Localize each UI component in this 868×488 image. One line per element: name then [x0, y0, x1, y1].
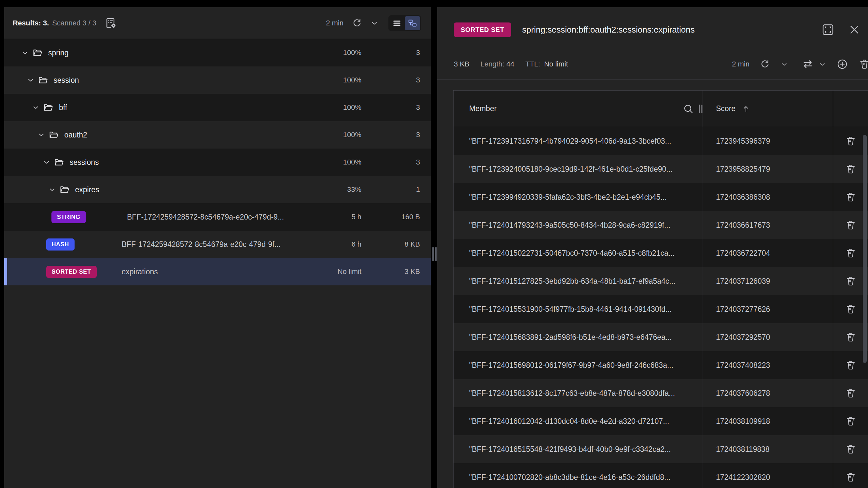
chevron-down-icon[interactable]	[48, 186, 56, 194]
refresh-key-button[interactable]	[759, 59, 770, 70]
score-header-label: Score	[716, 104, 736, 113]
folder-percent: 100%	[306, 158, 362, 167]
key-refresh-interval: 2 min	[732, 60, 749, 68]
folder-icon	[38, 75, 48, 85]
panel-resize-handle[interactable]	[432, 247, 437, 262]
table-row[interactable]: "BFF-1724015813612-8c177c63-eb8e-487a-87…	[454, 379, 868, 407]
format-switcher-chevron[interactable]	[818, 60, 826, 68]
tree-key-row[interactable]: STRING BFF-1724259428572-8c54679a-e20c-4…	[4, 203, 431, 231]
table-row[interactable]: "BFF-1724015531900-54f977fb-15b8-4461-94…	[454, 295, 868, 323]
table-row[interactable]: "BFF-1723924005180-9cec19d9-142f-461e-b0…	[454, 155, 868, 183]
search-icon[interactable]	[682, 103, 694, 115]
folder-icon	[43, 102, 53, 113]
member-value: "BFF-1724015022731-50467bc0-7370-4a60-a5…	[454, 239, 703, 267]
refresh-keys-button[interactable]	[351, 18, 362, 29]
folder-icon	[59, 184, 70, 195]
tree-folder-row[interactable]: bff 100% 3	[4, 94, 431, 121]
tree-folder-row[interactable]: sessions 100% 3	[4, 148, 431, 176]
score-value: 1723958825479	[703, 155, 833, 183]
delete-member-button[interactable]	[845, 219, 857, 231]
key-type-badge: SORTED SET	[454, 23, 511, 37]
view-mode-toggle	[389, 15, 421, 31]
table-row[interactable]: "BFF-1724015022731-50467bc0-7370-4a60-a5…	[454, 239, 868, 267]
key-ttl: No limit	[306, 267, 362, 276]
chevron-down-icon[interactable]	[27, 76, 34, 84]
score-value: 1724036617673	[703, 211, 833, 239]
refresh-settings-chevron[interactable]	[370, 19, 379, 27]
tree-key-row[interactable]: SORTED SET expirations No limit 3 KB	[4, 258, 431, 285]
key-type-badge: SORTED SET	[46, 266, 97, 278]
keys-browser-panel: Results: 3. Scanned 3 / 3 2 min	[4, 7, 431, 488]
score-value: 1724037292570	[703, 323, 833, 351]
folder-name: oauth2	[64, 131, 87, 139]
table-row[interactable]: "BFF-1724015127825-3ebd92bb-634a-48b1-ba…	[454, 267, 868, 295]
delete-member-button[interactable]	[845, 275, 857, 287]
table-row[interactable]: "BFF-1724015698012-06179f67-9b97-4a60-9e…	[454, 351, 868, 379]
delete-member-button[interactable]	[845, 247, 857, 259]
member-value: "BFF-1724015531900-54f977fb-15b8-4461-94…	[454, 295, 703, 323]
delete-member-button[interactable]	[845, 135, 857, 147]
chevron-down-icon[interactable]	[32, 104, 40, 111]
delete-key-button[interactable]	[858, 58, 868, 70]
member-value: "BFF-1724015698012-06179f67-9b97-4a60-9e…	[454, 351, 703, 379]
column-resize-handle[interactable]	[699, 105, 702, 113]
folder-count: 1	[362, 185, 420, 194]
delete-member-button[interactable]	[845, 331, 857, 343]
tree-folder-row[interactable]: session 100% 3	[4, 66, 431, 94]
folder-count: 3	[362, 76, 420, 84]
tree-folder-row[interactable]: oauth2 100% 3	[4, 121, 431, 148]
chevron-down-icon[interactable]	[43, 158, 51, 166]
member-value: "BFF-1724015813612-8c177c63-eb8e-487a-87…	[454, 379, 703, 407]
member-value: "BFF-1723994920339-5fafa62c-3bf3-4be2-b2…	[454, 183, 703, 211]
close-icon[interactable]	[848, 24, 860, 35]
score-column-header[interactable]: Score	[703, 91, 833, 127]
add-member-button[interactable]	[836, 58, 848, 70]
delete-member-button[interactable]	[845, 163, 857, 175]
folder-count: 3	[362, 103, 420, 112]
tree-folder-row[interactable]: spring 100% 3	[4, 39, 431, 66]
format-switcher-icon[interactable]	[802, 58, 814, 70]
member-column-header[interactable]: Member	[454, 91, 703, 127]
folder-percent: 100%	[306, 103, 362, 112]
table-row[interactable]: "BFF-1724016012042-d130dc04-8d0e-4e2d-a3…	[454, 407, 868, 435]
table-scrollbar[interactable]	[863, 135, 867, 363]
sort-ascending-icon[interactable]	[741, 104, 750, 113]
score-value: 1724036722704	[703, 239, 833, 267]
actions-column-header	[833, 91, 868, 127]
delete-member-button[interactable]	[845, 191, 857, 203]
table-row[interactable]: "BFF-1724015683891-2ad598f6-b51e-4ed8-b9…	[454, 323, 868, 351]
delete-member-button[interactable]	[845, 359, 857, 371]
table-row[interactable]: "BFF-1723994920339-5fafa62c-3bf3-4be2-b2…	[454, 183, 868, 211]
results-count-label: Results: 3.	[13, 19, 49, 27]
score-value: 1724036386308	[703, 183, 833, 211]
delete-member-button[interactable]	[845, 471, 857, 483]
fullscreen-icon[interactable]	[821, 23, 835, 36]
key-details-panel: SORTED SET spring:session:bff:oauth2:ses…	[437, 7, 868, 488]
tree-key-row[interactable]: HASH BFF-1724259428572-8c54679a-e20c-479…	[4, 231, 431, 258]
key-length: Length: 44	[480, 60, 515, 68]
refresh-key-chevron[interactable]	[780, 60, 788, 68]
chevron-down-icon[interactable]	[37, 131, 45, 139]
scanned-label: Scanned 3 / 3	[52, 19, 96, 27]
score-value: 1724037606278	[703, 379, 833, 407]
tree-folder-row[interactable]: expires 33% 1	[4, 176, 431, 203]
key-ttl: 5 h	[306, 213, 362, 221]
member-value: "BFF-1724100702820-ab8c3dbe-81ce-4e16-a5…	[454, 463, 703, 488]
table-row[interactable]: "BFF-1724016515548-421f9493-b4df-40b0-9e…	[454, 435, 868, 463]
delete-member-button[interactable]	[845, 387, 857, 399]
key-name: BFF-1724259428572-8c54679a-e20c-479d-9f.…	[122, 240, 281, 249]
list-view-button[interactable]	[389, 16, 405, 30]
delete-member-button[interactable]	[845, 443, 857, 455]
chevron-down-icon[interactable]	[21, 49, 29, 57]
table-row[interactable]: "BFF-1724100702820-ab8c3dbe-81ce-4e16-a5…	[454, 463, 868, 488]
key-type-badge: STRING	[52, 211, 86, 223]
table-row[interactable]: "BFF-1724014793243-9a505c50-8434-4b28-9c…	[454, 211, 868, 239]
key-details-header: SORTED SET spring:session:bff:oauth2:ses…	[437, 7, 868, 49]
delete-member-button[interactable]	[845, 303, 857, 315]
scan-settings-icon[interactable]	[104, 17, 117, 30]
keys-tree: spring 100% 3 session 100% 3	[4, 39, 431, 285]
table-row[interactable]: "BFF-1723917316794-4b794029-9054-406d-9a…	[454, 127, 868, 155]
score-value: 1724038109918	[703, 407, 833, 435]
delete-member-button[interactable]	[845, 415, 857, 427]
tree-view-button[interactable]	[405, 16, 420, 30]
